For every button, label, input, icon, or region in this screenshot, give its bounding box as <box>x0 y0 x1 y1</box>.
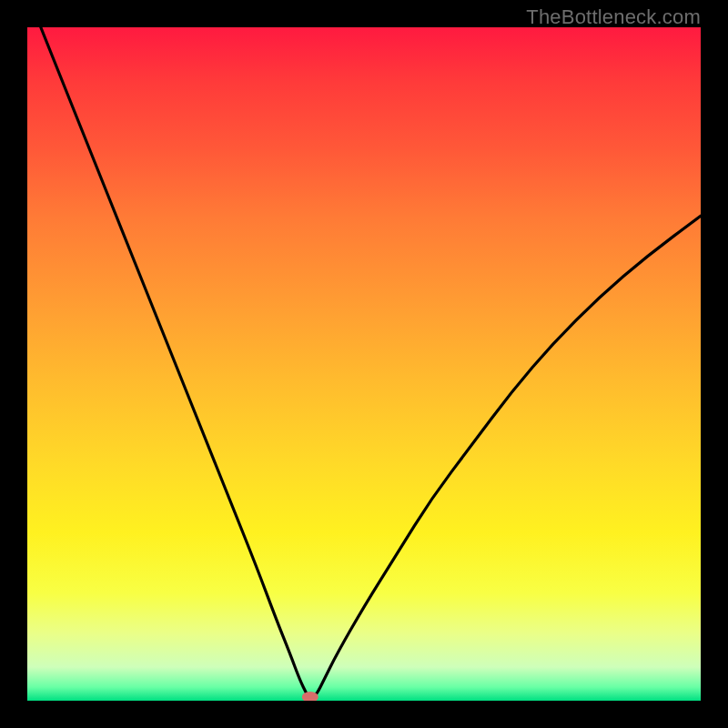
watermark-text: TheBottleneck.com <box>526 5 701 29</box>
chart-frame: TheBottleneck.com <box>0 0 728 728</box>
plot-area <box>27 27 701 701</box>
chart-svg <box>27 27 701 701</box>
bottleneck-curve <box>41 27 701 699</box>
